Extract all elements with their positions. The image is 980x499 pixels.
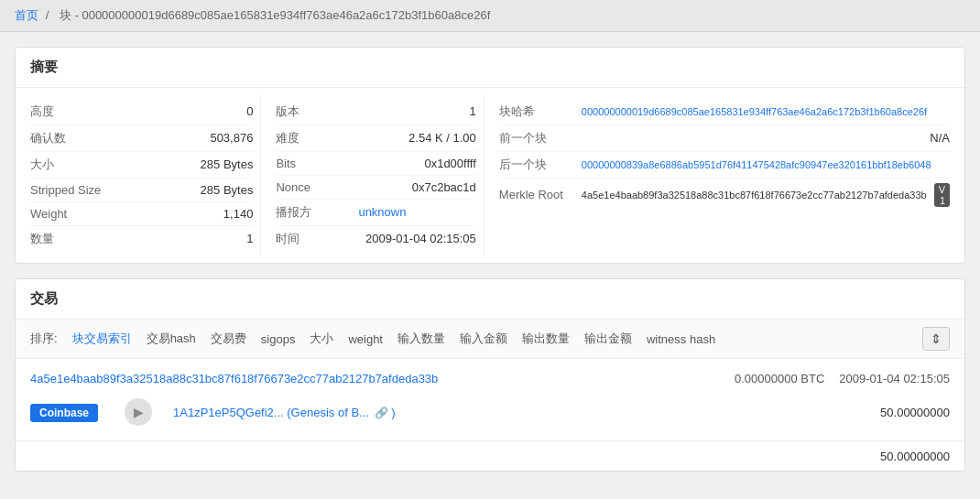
row-confirmations: 确认数 503,876 — [30, 125, 253, 152]
sort-button[interactable]: ⇕ — [922, 327, 950, 351]
label-broadcaster: 播报方 — [276, 204, 358, 221]
external-link-icon: 🔗 — [375, 407, 388, 419]
home-link[interactable]: 首页 — [15, 8, 38, 22]
col-fee: 交易费 — [211, 331, 246, 347]
col-sigops: sigops — [261, 332, 296, 346]
page-content: 摘要 高度 0 确认数 503,876 大小 285 Bytes Strippe… — [0, 32, 980, 499]
tx-arrow-col: ▶ — [111, 398, 166, 426]
col-witness-hash: witness hash — [647, 332, 715, 346]
value-version: 1 — [358, 104, 475, 118]
summary-col-right: 块哈希 000000000019d6689c085ae165831e934ff7… — [484, 95, 950, 255]
row-block-hash: 块哈希 000000000019d6689c085ae165831e934ff7… — [499, 99, 950, 125]
value-broadcaster[interactable]: unknown — [358, 205, 475, 219]
label-difficulty: 难度 — [276, 130, 358, 146]
value-next-block[interactable]: 00000000839a8e6886ab5951d76f411475428afc… — [582, 159, 950, 170]
breadcrumb-separator: / — [46, 8, 49, 22]
col-output-count: 输出数量 — [522, 331, 570, 347]
tx-row-header: 4a5e1e4baab89f3a32518a88c31bc87f618f7667… — [30, 366, 950, 391]
row-size: 大小 285 Bytes — [30, 152, 253, 179]
tx-total-row: 50.00000000 — [16, 441, 964, 471]
tx-output-addr[interactable]: 1A1zP1eP5QGefi2... (Genesis of B... 🔗 ) — [173, 406, 395, 419]
row-merkle-root: Merkle Root 4a5e1e4baab89f3a32518a88c31b… — [499, 179, 950, 212]
transactions-title: 交易 — [16, 279, 964, 320]
summary-title: 摘要 — [16, 48, 964, 88]
tx-meta: 0.00000000 BTC 2009-01-04 02:15:05 — [735, 372, 950, 385]
tx-outputs-col: 1A1zP1eP5QGefi2... (Genesis of B... 🔗 ) … — [173, 406, 950, 419]
row-height: 高度 0 — [30, 99, 253, 125]
tx-inputs-col: Coinbase — [30, 406, 103, 419]
col-tx-hash: 交易hash — [147, 331, 196, 347]
row-count: 数量 1 — [30, 226, 253, 252]
value-weight: 1,140 — [113, 207, 253, 221]
value-time: 2009-01-04 02:15:05 — [358, 232, 475, 245]
col-input-count: 输入数量 — [397, 331, 445, 347]
tx-time: 2009-01-04 02:15:05 — [839, 372, 950, 385]
tx-body: Coinbase ▶ 1A1zP1eP5QGefi2... (Genesis o… — [30, 391, 950, 433]
row-stripped-size: Stripped Size 285 Bytes — [30, 179, 253, 202]
value-size: 285 Bytes — [113, 157, 253, 171]
value-count: 1 — [113, 232, 253, 245]
value-nonce: 0x7c2bac1d — [358, 180, 475, 194]
summary-grid: 高度 0 确认数 503,876 大小 285 Bytes Stripped S… — [16, 88, 964, 263]
label-merkle-root: Merkle Root — [499, 188, 582, 201]
value-prev-block: N/A — [582, 131, 950, 145]
summary-col-middle: 版本 1 难度 2.54 K / 1.00 Bits 0x1d00ffff No… — [260, 95, 475, 255]
tx-output-amount: 50.00000000 — [880, 406, 950, 419]
label-height: 高度 — [30, 103, 113, 120]
row-prev-block: 前一个块 N/A — [499, 125, 950, 152]
label-stripped-size: Stripped Size — [30, 183, 113, 197]
label-count: 数量 — [30, 231, 113, 247]
coinbase-badge: Coinbase — [30, 404, 98, 422]
value-merkle-root: 4a5e1e4baab89f3a32518a88c31bc87f618f7667… — [582, 183, 950, 207]
breadcrumb: 首页 / 块 - 000000000019d6689c085ae165831e9… — [0, 0, 980, 32]
tx-total-amount: 50.00000000 — [880, 450, 950, 463]
label-weight: Weight — [30, 207, 113, 221]
label-bits: Bits — [276, 157, 358, 170]
label-block-hash: 块哈希 — [499, 103, 582, 120]
label-prev-block: 前一个块 — [499, 130, 582, 146]
value-stripped-size: 285 Bytes — [113, 183, 253, 197]
label-time: 时间 — [276, 231, 358, 247]
summary-col-left: 高度 0 确认数 503,876 大小 285 Bytes Stripped S… — [30, 95, 253, 255]
value-block-hash[interactable]: 000000000019d6689c085ae165831e934ff763ae… — [582, 106, 950, 117]
row-broadcaster: 播报方 unknown — [276, 200, 475, 226]
breadcrumb-page: 块 - 000000000019d6689c085ae165831e934ff7… — [60, 8, 490, 22]
transactions-section: 交易 排序: 块交易索引 交易hash 交易费 sigops 大小 weight… — [15, 278, 965, 472]
row-next-block: 后一个块 00000000839a8e6886ab5951d76f4114754… — [499, 152, 950, 179]
tx-row: 4a5e1e4baab89f3a32518a88c31bc87f618f7667… — [16, 359, 964, 441]
value-difficulty: 2.54 K / 1.00 — [358, 131, 475, 145]
label-nonce: Nonce — [276, 180, 358, 194]
row-version: 版本 1 — [276, 99, 475, 125]
v1-badge: V 1 — [934, 183, 950, 207]
row-nonce: Nonce 0x7c2bac1d — [276, 176, 475, 200]
col-output-amount: 输出金额 — [584, 331, 632, 347]
row-weight: Weight 1,140 — [30, 202, 253, 226]
col-input-amount: 输入金额 — [460, 331, 507, 347]
value-confirmations: 503,876 — [113, 131, 253, 145]
summary-section: 摘要 高度 0 确认数 503,876 大小 285 Bytes Strippe… — [15, 47, 965, 264]
col-size: 大小 — [310, 331, 333, 347]
tx-btc: 0.00000000 BTC — [735, 372, 824, 385]
col-weight: weight — [348, 332, 383, 346]
row-time: 时间 2009-01-04 02:15:05 — [276, 226, 475, 252]
arrow-icon: ▶ — [125, 398, 152, 426]
value-bits: 0x1d00ffff — [358, 157, 475, 170]
tx-hash-link[interactable]: 4a5e1e4baab89f3a32518a88c31bc87f618f7667… — [30, 372, 438, 385]
label-version: 版本 — [276, 103, 358, 120]
label-confirmations: 确认数 — [30, 130, 113, 146]
label-next-block: 后一个块 — [499, 157, 582, 173]
value-height: 0 — [113, 104, 253, 118]
row-difficulty: 难度 2.54 K / 1.00 — [276, 125, 475, 152]
tx-sort-header: 排序: 块交易索引 交易hash 交易费 sigops 大小 weight 输入… — [16, 320, 964, 359]
label-size: 大小 — [30, 157, 113, 173]
sort-label: 排序: — [30, 331, 58, 347]
row-bits: Bits 0x1d00ffff — [276, 152, 475, 176]
sort-link-block-tx-index[interactable]: 块交易索引 — [72, 331, 132, 347]
